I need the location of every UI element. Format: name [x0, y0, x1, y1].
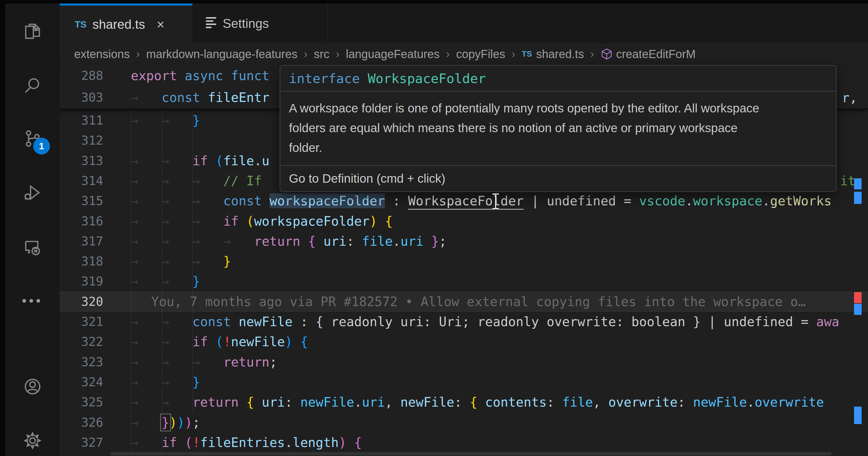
code-token: ; — [192, 415, 200, 430]
overview-ruler-mark — [854, 406, 862, 424]
code-line-325[interactable]: 325→→return { uri: newFile.uri, newFile:… — [0, 392, 868, 412]
code-token: if — [192, 153, 208, 168]
go-to-definition-link[interactable]: Go to Definition (cmd + click) — [280, 165, 836, 191]
breadcrumb-label: markdown-language-features — [146, 47, 298, 61]
code-token: ; — [439, 234, 447, 249]
code-token: newFile — [300, 395, 354, 410]
breadcrumb-item[interactable]: extensions — [74, 47, 130, 61]
code-line-327[interactable]: 327→if (!fileEntries.length) { — [0, 432, 868, 453]
tooltip-documentation: A workspace folder is one of potentially… — [280, 91, 836, 165]
tab-whitespace-arrow: → — [131, 211, 162, 231]
breadcrumb-item[interactable]: languageFeatures — [346, 47, 439, 61]
line-number: 312 — [60, 130, 103, 151]
breadcrumb-item[interactable]: TSshared.ts — [522, 47, 584, 61]
code-token: ) — [185, 415, 193, 430]
tab-whitespace-arrow: → — [162, 231, 192, 251]
breadcrumb-label: createEditForM — [616, 47, 695, 61]
code-token: ) — [169, 415, 177, 430]
code-line-323[interactable]: 323→→→return; — [0, 352, 868, 372]
breadcrumb-label: src — [314, 47, 329, 61]
tab-settings[interactable]: Settings — [192, 3, 328, 43]
code-token: ) — [177, 415, 185, 430]
breadcrumb-item[interactable]: src — [314, 47, 329, 61]
line-number: 316 — [60, 211, 103, 231]
overview-ruler-mark — [854, 178, 862, 189]
tab-bar: TS shared.ts × Settings — [60, 3, 868, 43]
breadcrumb-separator: › — [336, 48, 340, 60]
code-token: ) — [369, 214, 377, 229]
code-line-324[interactable]: 324→→} — [0, 372, 868, 392]
run-debug-icon[interactable] — [22, 183, 43, 203]
account-icon[interactable] — [22, 377, 43, 397]
tab-whitespace-arrow: → — [131, 87, 162, 108]
line-number: 313 — [60, 151, 103, 171]
tab-label: Settings — [223, 16, 269, 31]
tab-whitespace-arrow: → — [192, 251, 223, 271]
explorer-icon[interactable] — [22, 21, 43, 41]
code-token: length — [292, 435, 339, 450]
search-icon[interactable] — [22, 75, 43, 96]
code-token — [177, 68, 185, 83]
code-token: getWorks — [770, 193, 832, 208]
remote-explorer-icon[interactable] — [22, 237, 43, 258]
horizontal-scrollbar-thumb[interactable] — [111, 452, 831, 455]
breadcrumb-item[interactable]: copyFiles — [456, 47, 505, 61]
code-line-322[interactable]: 322→→if (!newFile) { — [0, 332, 868, 352]
code-token: fileEntries — [200, 435, 285, 450]
code-token: newFile — [400, 395, 454, 410]
code-token: async — [185, 68, 223, 83]
code-line-317[interactable]: 317→→→→return { uri: file.uri }; — [0, 231, 868, 251]
code-token: { — [246, 395, 254, 410]
tab-whitespace-arrow: → — [162, 110, 192, 130]
code-token: ; — [270, 355, 277, 369]
code-token: } — [223, 254, 231, 269]
line-number: 311 — [60, 110, 103, 130]
breadcrumb-separator: › — [446, 48, 450, 60]
code-token: funct — [231, 68, 269, 83]
tab-whitespace-arrow: → — [131, 312, 162, 332]
code-token: ) — [285, 334, 293, 349]
code-line-316[interactable]: 316→→→if (workspaceFolder) { — [0, 211, 868, 231]
tab-whitespace-arrow: → — [192, 352, 223, 372]
code-line-320[interactable]: 320You, 7 months ago via PR #182572 • Al… — [0, 292, 868, 312]
code-token: const — [162, 90, 200, 105]
window-top-edge — [0, 0, 868, 3]
tab-whitespace-arrow: → — [131, 191, 162, 211]
code-token: ( — [215, 153, 223, 168]
code-token — [300, 234, 308, 249]
breadcrumb-label: copyFiles — [456, 47, 505, 61]
more-icon[interactable]: ••• — [22, 290, 43, 311]
code-token: . — [762, 193, 770, 208]
code-token: overwrite — [755, 395, 824, 410]
code-token: ! — [223, 334, 231, 349]
code-token — [254, 395, 262, 410]
tab-whitespace-arrow: → — [131, 151, 162, 171]
breadcrumb-item[interactable]: createEditForM — [600, 47, 695, 61]
close-icon[interactable]: × — [157, 17, 164, 32]
code-line-315[interactable]: 315→→→const workspaceFolder : WorkspaceF… — [0, 191, 868, 211]
code-token: ( — [185, 435, 192, 450]
code-token: ) — [339, 435, 346, 450]
tab-whitespace-arrow: → — [192, 211, 223, 231]
code-line-318[interactable]: 318→→→} — [0, 251, 868, 271]
code-token: . — [285, 435, 293, 450]
tab-whitespace-arrow: → — [131, 352, 162, 372]
tab-whitespace-arrow: → — [131, 251, 162, 271]
code-token: . — [254, 153, 262, 168]
code-token: = — [616, 193, 639, 208]
breadcrumb-label: shared.ts — [536, 47, 584, 61]
code-line-319[interactable]: 319→→} — [0, 271, 868, 291]
code-token — [377, 214, 385, 229]
tab-shared-ts[interactable]: TS shared.ts × — [60, 3, 192, 43]
code-token — [208, 334, 216, 349]
tab-whitespace-arrow: → — [131, 271, 162, 291]
breadcrumb-item[interactable]: markdown-language-features — [146, 47, 298, 61]
tab-whitespace-arrow: → — [131, 432, 162, 453]
workspacefolder-definition-link[interactable]: WorkspaceFolder — [408, 193, 524, 210]
settings-list-icon — [206, 17, 216, 30]
code-token: . — [685, 193, 693, 208]
code-token: uri — [400, 234, 423, 249]
code-line-326[interactable]: 326→}))); — [0, 413, 868, 432]
code-line-321[interactable]: 321→→const newFile : { readonly uri: Uri… — [0, 312, 868, 332]
settings-gear-icon[interactable] — [22, 430, 43, 451]
